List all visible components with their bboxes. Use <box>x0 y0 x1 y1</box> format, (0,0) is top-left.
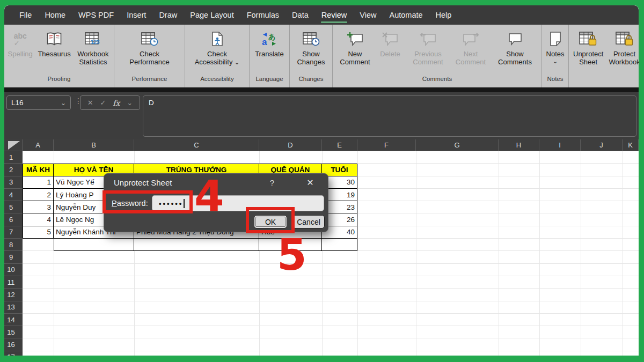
col-header-C[interactable]: C <box>134 139 259 151</box>
chevron-down-icon: ⌄ <box>553 58 558 64</box>
grid-lock-icon <box>615 29 634 49</box>
cell[interactable]: MÃ KH <box>23 164 54 176</box>
cancel-button[interactable]: Cancel <box>292 215 325 228</box>
col-header-J[interactable]: J <box>581 139 623 151</box>
menu-help[interactable]: Help <box>429 5 458 25</box>
unprotect-sheet-button[interactable]: Unprotect Sheet <box>573 29 603 67</box>
check-accessibility-button[interactable]: Check Accessibility ⌄ <box>192 29 243 67</box>
step-5-annotation: 5 <box>277 234 307 277</box>
ribbon-group-notes: Notes ⌄ Notes <box>542 25 569 87</box>
col-header-E[interactable]: E <box>322 139 357 151</box>
menu-view[interactable]: View <box>353 5 383 25</box>
menu-file[interactable]: File <box>13 5 38 25</box>
workbook-statistics-button[interactable]: 123 Workbook Statistics <box>72 29 114 67</box>
menu-formulas[interactable]: Formulas <box>240 5 286 25</box>
row-header-7[interactable]: 7 <box>4 226 23 239</box>
chevron-down-icon: ⌄ <box>235 59 239 65</box>
new-comment-button[interactable]: New Comment <box>338 29 373 67</box>
enter-icon[interactable]: ✓ <box>100 99 106 107</box>
menu-wps-pdf[interactable]: WPS PDF <box>72 5 120 25</box>
grid-123-icon: 123 <box>84 29 101 49</box>
row-header-1[interactable]: 1 <box>4 151 23 164</box>
show-comments-button[interactable]: Show Comments <box>493 29 537 67</box>
ok-highlight-box <box>246 207 295 233</box>
comment-previous-icon <box>419 29 437 49</box>
row-header-3[interactable]: 3 <box>4 176 23 189</box>
chevron-down-icon[interactable]: ⌄ <box>127 99 133 107</box>
cell[interactable] <box>23 239 54 251</box>
note-page-icon <box>548 29 562 49</box>
row-header-6[interactable]: 6 <box>4 213 23 226</box>
row-header-11[interactable]: 11 <box>4 276 23 289</box>
row-header-2[interactable]: 2 <box>4 164 23 176</box>
next-comment-button[interactable]: Next Comment <box>453 29 488 67</box>
formula-input[interactable]: D <box>143 95 636 137</box>
protect-workbook-button[interactable]: Protect Workbook <box>609 29 639 67</box>
translate-button[interactable]: a あ Translate <box>252 29 287 58</box>
show-changes-button[interactable]: Show Changes <box>294 29 328 67</box>
row-header-8[interactable]: 8 <box>4 239 23 251</box>
col-header-D[interactable]: D <box>259 139 322 151</box>
group-label-proofing: Proofing <box>4 76 114 87</box>
spelling-button[interactable]: abc✓ Spelling <box>4 29 36 58</box>
group-label-changes: Changes <box>290 76 332 87</box>
close-icon[interactable]: ✕ <box>304 178 316 188</box>
delete-comment-button[interactable]: Delete <box>377 29 403 58</box>
cell[interactable]: 5 <box>23 226 54 239</box>
page-person-icon <box>210 29 224 49</box>
menu-data[interactable]: Data <box>286 5 315 25</box>
group-label-performance: Performance <box>114 76 185 87</box>
ribbon-group-changes: Show Changes Changes <box>290 25 333 87</box>
cell[interactable]: 4 <box>23 213 54 226</box>
row-header-4[interactable]: 4 <box>4 189 23 201</box>
row-header-15[interactable]: 15 <box>4 326 23 338</box>
translate-icon: a あ <box>261 29 278 49</box>
cell[interactable] <box>54 239 134 251</box>
dialog-title: Unprotect Sheet <box>114 178 172 187</box>
menu-review[interactable]: Review <box>315 5 354 25</box>
help-icon[interactable]: ? <box>267 178 277 187</box>
col-header-I[interactable]: I <box>539 139 581 151</box>
menu-automate[interactable]: Automate <box>383 5 429 25</box>
comment-icon <box>506 29 524 49</box>
cell[interactable] <box>134 239 259 251</box>
cell[interactable]: 3 <box>23 201 54 213</box>
row-header-10[interactable]: 10 <box>4 264 23 276</box>
menu-home[interactable]: Home <box>38 5 72 25</box>
menu-draw[interactable]: Draw <box>152 5 184 25</box>
row-header-14[interactable]: 14 <box>4 314 23 326</box>
group-label-notes: Notes <box>542 76 568 87</box>
formula-bar-row: L16 ⌄ ⋮ ✕ ✓ fx ⌄ D <box>4 92 639 139</box>
row-header-12[interactable]: 12 <box>4 289 23 301</box>
ribbon-group-language: a あ Translate Language <box>250 25 290 87</box>
cell[interactable]: 1 <box>23 176 54 189</box>
cell[interactable]: 2 <box>23 189 54 201</box>
green-frame: File Home WPS PDF Insert Draw Page Layou… <box>0 0 644 362</box>
check-performance-button[interactable]: Check Performance <box>127 29 173 67</box>
col-header-F[interactable]: F <box>357 139 416 151</box>
row-header-9[interactable]: 9 <box>4 251 23 263</box>
col-header-H[interactable]: H <box>499 139 539 151</box>
cancel-icon[interactable]: ✕ <box>87 99 93 107</box>
previous-comment-button[interactable]: Previous Comment <box>408 29 449 67</box>
col-header-G[interactable]: G <box>416 139 499 151</box>
row-header-5[interactable]: 5 <box>4 201 23 213</box>
col-header-A[interactable]: A <box>23 139 54 151</box>
row-header-17[interactable]: 17 <box>4 351 23 356</box>
col-header-B[interactable]: B <box>54 139 134 151</box>
excel-window: File Home WPS PDF Insert Draw Page Layou… <box>4 5 639 356</box>
cell[interactable] <box>322 239 357 251</box>
ribbon-group-protect: Unprotect Sheet <box>569 25 639 87</box>
name-box[interactable]: L16 ⌄ <box>6 95 71 110</box>
row-header-13[interactable]: 13 <box>4 301 23 314</box>
menu-insert[interactable]: Insert <box>120 5 152 25</box>
col-header-K[interactable]: K <box>623 139 639 151</box>
fx-icon[interactable]: fx <box>113 99 120 107</box>
select-all-corner[interactable] <box>4 139 23 151</box>
menu-page-layout[interactable]: Page Layout <box>184 5 240 25</box>
thesaurus-button[interactable]: Thesaurus <box>36 29 72 58</box>
notes-button[interactable]: Notes ⌄ <box>543 29 568 64</box>
row-header-16[interactable]: 16 <box>4 338 23 351</box>
comment-plus-icon <box>346 29 364 49</box>
ribbon-group-proofing: abc✓ Spelling <box>4 25 114 87</box>
